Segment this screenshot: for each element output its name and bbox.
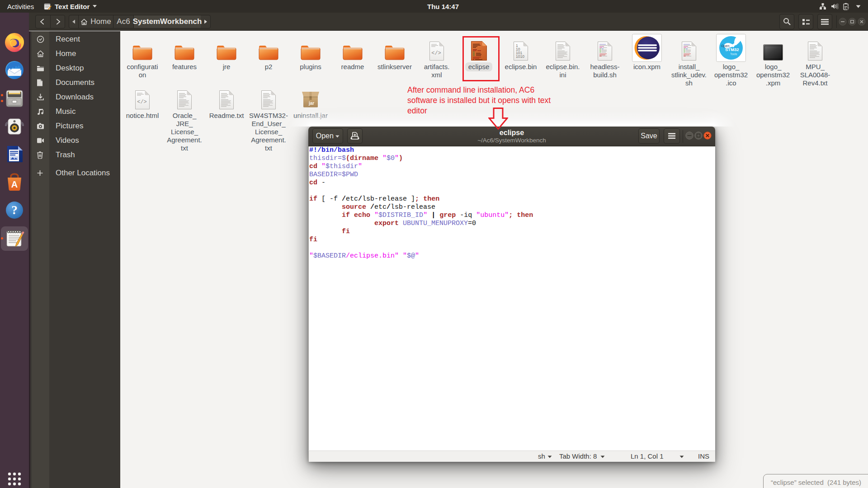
svg-text:A: A (11, 179, 18, 189)
svg-text:?: ? (11, 203, 18, 217)
